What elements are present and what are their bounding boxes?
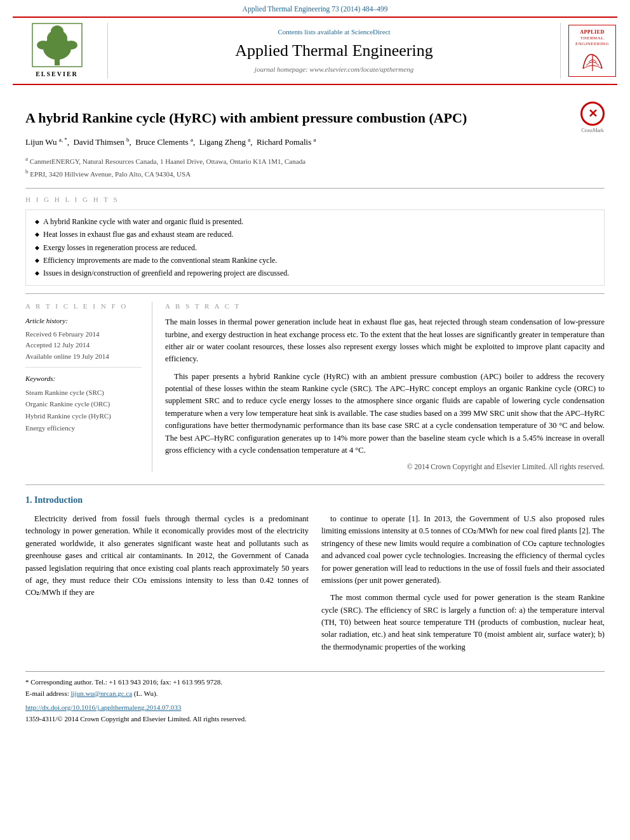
elsevier-wordmark: ELSEVIER xyxy=(36,70,78,79)
abstract-label: A B S T R A C T xyxy=(165,302,605,311)
corresponding-author-note: * Corresponding author. Tel.: +1 613 943… xyxy=(25,677,605,688)
svg-point-5 xyxy=(65,41,77,50)
article-info-col: A R T I C L E I N F O Article history: R… xyxy=(25,302,152,472)
email-link[interactable]: lijun.wu@nrcan.gc.ca xyxy=(70,690,132,697)
author-2: David Thimsen b, xyxy=(73,137,133,147)
journal-center-header: Contents lists available at ScienceDirec… xyxy=(108,23,560,79)
abstract-para-1: The main losses in thermal power generat… xyxy=(165,316,605,366)
right-logo-line1: APPLIED xyxy=(573,29,612,36)
doi-link[interactable]: http://dx.doi.org/10.1016/j.applthermale… xyxy=(25,703,181,711)
section-title-text: Introduction xyxy=(34,495,83,505)
journal-right-logo: APPLIED THERMAL ENGINEERING xyxy=(560,23,617,79)
keyword-4: Energy efficiency xyxy=(25,422,142,434)
abstract-col: A B S T R A C T The main losses in therm… xyxy=(165,302,605,472)
keyword-3: Hybrid Rankine cycle (HyRC) xyxy=(25,410,142,422)
keyword-1: Steam Rankine cycle (SRC) xyxy=(25,387,142,399)
highlight-item-1: ◆ A hybrid Rankine cycle with water and … xyxy=(35,215,595,228)
authors-line: Lijun Wu a, *, David Thimsen b, Bruce Cl… xyxy=(25,134,605,149)
footnote-area: * Corresponding author. Tel.: +1 613 943… xyxy=(25,671,605,724)
highlights-section: H I G H L I G H T S ◆ A hybrid Rankine c… xyxy=(25,188,605,286)
highlight-item-3: ◆ Exergy losses in regeneration process … xyxy=(35,241,595,254)
keyword-2: Organic Rankine cycle (ORC) xyxy=(25,398,142,410)
science-direct-link[interactable]: ScienceDirect xyxy=(351,28,391,36)
crossmark-label: CrossMark xyxy=(580,127,605,134)
highlights-label: H I G H L I G H T S xyxy=(25,195,605,204)
intro-col-left: Electricity derived from fossil fuels th… xyxy=(25,513,309,658)
introduction-body: Electricity derived from fossil fuels th… xyxy=(25,513,605,658)
received-line: Received 6 February 2014 xyxy=(25,329,142,340)
section-number: 1. xyxy=(25,495,32,505)
available-line: Available online 19 July 2014 xyxy=(25,351,142,363)
right-logo-line3: ENGINEERING xyxy=(573,41,612,48)
section-heading: 1. Introduction xyxy=(25,494,605,507)
article-history: Article history: Received 6 February 201… xyxy=(25,316,142,368)
keywords-title: Keywords: xyxy=(25,374,142,383)
journal-ref-link[interactable]: Applied Thermal Engineering 73 (2014) 48… xyxy=(243,5,388,13)
doi-line: http://dx.doi.org/10.1016/j.applthermale… xyxy=(25,703,605,712)
svg-point-4 xyxy=(37,41,50,50)
article-history-title: Article history: xyxy=(25,316,142,326)
journal-title: Applied Thermal Engineering xyxy=(235,39,432,62)
author-1: Lijun Wu a, *, xyxy=(25,137,71,147)
science-direct-text: Contents lists available at ScienceDirec… xyxy=(278,27,390,37)
intro-para-1: Electricity derived from fossil fuels th… xyxy=(25,513,309,599)
abstract-body: The main losses in thermal power generat… xyxy=(165,316,605,457)
article-info-label: A R T I C L E I N F O xyxy=(25,302,142,311)
copyright-line: © 2014 Crown Copyright and Elsevier Limi… xyxy=(165,462,605,472)
highlight-item-4: ◆ Efficiency improvements are made to th… xyxy=(35,254,595,267)
highlights-box: ◆ A hybrid Rankine cycle with water and … xyxy=(25,210,605,286)
crossmark-badge[interactable]: ✕ CrossMark xyxy=(580,102,605,134)
accepted-line: Accepted 12 July 2014 xyxy=(25,340,142,351)
affiliations: a CanmetENERGY, Natural Resources Canada… xyxy=(25,154,605,180)
author-5: Richard Pomalis a xyxy=(257,137,316,147)
highlight-item-2: ◆ Heat losses in exhaust flue gas and ex… xyxy=(35,228,595,241)
paper-title: A hybrid Rankine cycle (HyRC) with ambie… xyxy=(25,109,605,128)
highlight-item-5: ◆ Issues in design/construction of green… xyxy=(35,267,595,279)
intro-col-right: to continue to operate [1]. In 2013, the… xyxy=(321,513,605,658)
intro-para-2: to continue to operate [1]. In 2013, the… xyxy=(321,513,605,587)
issn-line: 1359-4311/© 2014 Crown Copyright and Els… xyxy=(25,714,605,724)
article-abstract-section: A R T I C L E I N F O Article history: R… xyxy=(25,293,605,472)
svg-point-3 xyxy=(51,25,64,37)
right-logo-line2: THERMAL xyxy=(573,36,612,42)
journal-header: ELSEVIER Contents lists available at Sci… xyxy=(13,17,617,85)
email-note: E-mail address: lijun.wu@nrcan.gc.ca (L.… xyxy=(25,688,605,700)
introduction-section: 1. Introduction Electricity derived from… xyxy=(25,484,605,658)
paper-content: ✕ CrossMark A hybrid Rankine cycle (HyRC… xyxy=(13,85,617,730)
author-3: Bruce Clements a, xyxy=(135,137,197,147)
top-bar: Applied Thermal Engineering 73 (2014) 48… xyxy=(0,0,630,17)
journal-homepage: journal homepage: www.elsevier.com/locat… xyxy=(255,65,413,74)
intro-para-3: The most common thermal cycle used for p… xyxy=(321,592,605,653)
keywords-section: Keywords: Steam Rankine cycle (SRC) Orga… xyxy=(25,374,142,434)
author-4: Ligang Zheng a, xyxy=(199,137,255,147)
elsevier-logo-area: ELSEVIER xyxy=(13,23,108,79)
abstract-para-2: This paper presents a hybrid Rankine cyc… xyxy=(165,371,605,457)
